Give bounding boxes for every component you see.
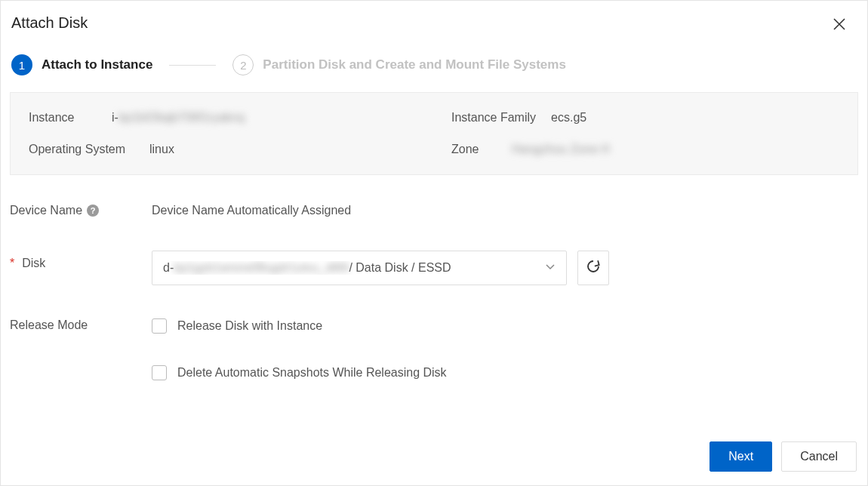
info-family: Instance Family ecs.g5 (451, 111, 839, 125)
disk-select[interactable]: d-bp1gyb1wrsrw08ugdr1utvu_dt66 / Data Di… (152, 251, 567, 285)
release-mode-row: Release Mode Release Disk with Instance … (10, 318, 858, 412)
disk-select-text: d-bp1gyb1wrsrw08ugdr1utvu_dt66 / Data Di… (163, 261, 451, 275)
step-indicator: 1 Attach to Instance 2 Partition Disk an… (1, 44, 867, 92)
dialog-header: Attach Disk (1, 1, 867, 44)
device-name-row: Device Name ? Device Name Automatically … (10, 198, 858, 217)
delete-snapshots-row: Delete Automatic Snapshots While Releasi… (152, 365, 858, 380)
step-2: 2 Partition Disk and Create and Mount Fi… (232, 54, 565, 75)
info-instance: Instance i-bp1b03tajb706f1ryaknq (29, 111, 451, 125)
info-os-label: Operating System (29, 143, 134, 156)
disk-id-redacted: bp1gyb1wrsrw08ugdr1utvu_dt66 (174, 261, 349, 275)
info-instance-value: i-bp1b03tajb706f1ryaknq (112, 111, 245, 125)
close-icon[interactable] (830, 14, 849, 36)
disk-label-col: * Disk (10, 251, 152, 270)
info-zone: Zone Hangzhou Zone H (451, 143, 839, 156)
info-family-value: ecs.g5 (551, 111, 586, 125)
info-zone-label: Zone (451, 143, 497, 156)
step-1-number: 1 (11, 54, 32, 75)
instance-id-redacted: bp1b03tajb706f1ryaknq (119, 111, 245, 124)
instance-id-prefix: i- (112, 111, 119, 124)
refresh-button[interactable] (577, 251, 609, 285)
disk-id-suffix: / Data Disk / ESSD (349, 261, 451, 275)
required-mark: * (10, 257, 14, 270)
instance-info-box: Instance i-bp1b03tajb706f1ryaknq Instanc… (10, 92, 858, 175)
delete-snapshots-checkbox[interactable] (152, 365, 167, 380)
info-instance-label: Instance (29, 111, 97, 125)
step-2-number: 2 (232, 54, 254, 75)
attach-disk-dialog: Attach Disk 1 Attach to Instance 2 Parti… (0, 0, 868, 486)
step-1-label: Attach to Instance (42, 57, 152, 72)
dialog-title: Attach Disk (11, 14, 88, 32)
delete-snapshots-label: Delete Automatic Snapshots While Releasi… (177, 366, 447, 380)
dialog-footer: Next Cancel (709, 429, 867, 485)
device-name-label-col: Device Name ? (10, 198, 152, 217)
info-family-label: Instance Family (451, 111, 536, 125)
form-section: Device Name ? Device Name Automatically … (1, 175, 867, 412)
refresh-icon (586, 259, 601, 277)
info-os-value: linux (149, 143, 174, 156)
step-connector (169, 65, 216, 66)
release-with-instance-row: Release Disk with Instance (152, 318, 858, 334)
disk-id-prefix: d- (163, 261, 174, 275)
step-1: 1 Attach to Instance (11, 54, 152, 75)
help-icon[interactable]: ? (87, 205, 99, 217)
info-os: Operating System linux (29, 143, 451, 156)
release-mode-label: Release Mode (10, 318, 152, 332)
release-with-instance-label: Release Disk with Instance (177, 319, 322, 333)
disk-select-row: d-bp1gyb1wrsrw08ugdr1utvu_dt66 / Data Di… (152, 251, 858, 285)
device-name-label: Device Name (10, 204, 82, 217)
disk-row: * Disk d-bp1gyb1wrsrw08ugdr1utvu_dt66 / … (10, 251, 858, 285)
disk-label: Disk (22, 257, 45, 270)
release-with-instance-checkbox[interactable] (152, 318, 167, 334)
step-2-label: Partition Disk and Create and Mount File… (263, 57, 565, 72)
chevron-down-icon (545, 261, 556, 275)
next-button[interactable]: Next (709, 441, 772, 472)
cancel-button[interactable]: Cancel (781, 441, 857, 472)
device-name-value: Device Name Automatically Assigned (152, 198, 858, 217)
info-zone-value: Hangzhou Zone H (512, 143, 610, 156)
